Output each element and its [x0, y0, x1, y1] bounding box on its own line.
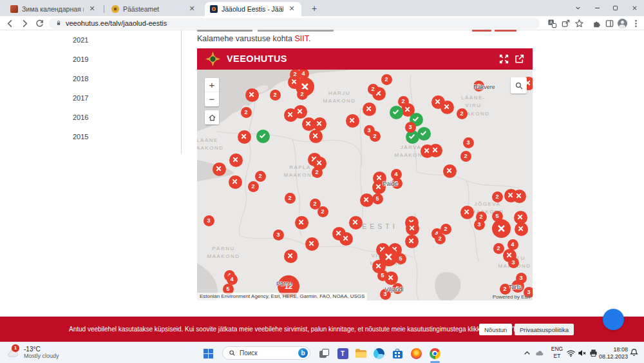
- chat-widget-button[interactable]: [603, 309, 624, 330]
- profile-avatar[interactable]: [616, 17, 628, 29]
- store-button[interactable]: [390, 346, 405, 361]
- tab-paasteamet[interactable]: Päästeamet ✕: [106, 2, 202, 16]
- minimize-button[interactable]: [587, 0, 607, 16]
- teams-button[interactable]: T: [335, 346, 350, 361]
- tab-zima[interactable]: Зима календарная и лёд !? - Ст ✕: [5, 2, 102, 16]
- open-external-icon[interactable]: [514, 54, 525, 64]
- onedrive-cloud-icon[interactable]: [534, 348, 545, 358]
- year-link-2015[interactable]: 2015: [73, 133, 88, 152]
- map-marker-x[interactable]: [339, 232, 353, 246]
- year-link-2019[interactable]: 2019: [73, 55, 88, 75]
- map-marker-x[interactable]: [515, 222, 528, 236]
- reload-icon[interactable]: [33, 17, 45, 29]
- year-link-2017[interactable]: 2017: [73, 94, 88, 113]
- map-marker-count[interactable]: 5: [372, 193, 383, 204]
- map-marker-count[interactable]: 5: [395, 253, 406, 264]
- map-marker-count[interactable]: 3: [474, 219, 485, 230]
- send-icon[interactable]: [560, 17, 571, 29]
- map-marker-x[interactable]: [284, 250, 298, 263]
- map-marker-x[interactable]: [295, 216, 308, 230]
- side-panel-icon[interactable]: [603, 17, 615, 29]
- zoom-in-button[interactable]: +: [205, 78, 219, 92]
- edge-button[interactable]: [371, 346, 386, 361]
- language-indicator[interactable]: ENG ET: [550, 346, 564, 360]
- map-marker-x[interactable]: [313, 117, 327, 131]
- back-icon[interactable]: [4, 17, 15, 29]
- file-explorer-button[interactable]: [353, 346, 368, 361]
- map-marker-count[interactable]: 2: [370, 131, 381, 142]
- map-marker-count[interactable]: 2: [312, 167, 323, 178]
- tray-chevron-up-icon[interactable]: [522, 348, 533, 358]
- map-marker-x[interactable]: [360, 193, 374, 207]
- wifi-icon[interactable]: [565, 348, 576, 358]
- siit-link[interactable]: SIIT: [294, 34, 308, 43]
- map-marker-x[interactable]: [294, 105, 307, 119]
- map-marker-count[interactable]: 3: [204, 215, 214, 226]
- map-marker-count[interactable]: 2: [492, 191, 503, 202]
- cookie-accept-button[interactable]: Nõustun: [479, 324, 512, 335]
- map-marker-count[interactable]: 4: [298, 70, 309, 79]
- chrome-button[interactable]: [427, 346, 442, 361]
- ice-conditions-map[interactable]: HARJUMAAKONDLÄÄNE-VIRUMAAKONDLÄÄNEMAAKON…: [197, 70, 533, 300]
- map-marker-count[interactable]: 2: [270, 90, 281, 101]
- map-marker-x[interactable]: [349, 216, 363, 230]
- map-marker-count[interactable]: 2: [457, 108, 468, 119]
- map-marker-x[interactable]: [429, 144, 442, 157]
- map-search-button[interactable]: [511, 77, 527, 93]
- map-marker-count[interactable]: 2: [368, 84, 379, 95]
- map-marker-x[interactable]: [513, 190, 526, 203]
- map-marker-count[interactable]: 2: [248, 181, 259, 192]
- map-marker-count[interactable]: 3: [273, 230, 284, 240]
- bookmark-star-icon[interactable]: [573, 17, 585, 29]
- task-view-button[interactable]: [316, 346, 332, 361]
- map-marker-count[interactable]: 4: [227, 274, 238, 285]
- map-marker-check[interactable]: [417, 127, 431, 141]
- year-link-2016[interactable]: 2016: [73, 113, 88, 133]
- map-marker-x[interactable]: [405, 235, 419, 248]
- map-marker-x[interactable]: [346, 114, 359, 128]
- map-marker-count[interactable]: 2: [435, 233, 446, 244]
- map-marker-count[interactable]: 2: [460, 151, 471, 162]
- map-marker-x[interactable]: [363, 103, 376, 116]
- map-marker-x[interactable]: [309, 130, 323, 143]
- map-marker-count[interactable]: 2: [297, 89, 308, 100]
- map-marker-count[interactable]: 2: [241, 107, 252, 118]
- tab-jaaolud-active[interactable]: Jääolud Eestis - Jääkaart - Pääst ✕: [205, 2, 301, 16]
- map-marker-count[interactable]: 2: [493, 243, 504, 254]
- map-marker-x[interactable]: [245, 88, 259, 102]
- map-marker-check[interactable]: [390, 106, 403, 119]
- map-marker-x[interactable]: [238, 130, 251, 144]
- map-marker-count[interactable]: 3: [463, 137, 474, 148]
- forward-icon[interactable]: [19, 17, 30, 29]
- map-marker-count[interactable]: 3: [405, 122, 416, 133]
- map-marker-check[interactable]: [256, 130, 270, 143]
- taskbar-search-box[interactable]: Поиск b: [222, 346, 310, 360]
- cookie-privacy-button[interactable]: Privaatsuspoliitika: [515, 324, 574, 335]
- map-marker-x[interactable]: [229, 153, 243, 167]
- close-icon[interactable]: ✕: [187, 5, 196, 14]
- maximize-button[interactable]: [605, 0, 625, 16]
- map-marker-x[interactable]: [440, 101, 454, 114]
- chevron-down-icon[interactable]: [568, 0, 587, 16]
- map-marker-x[interactable]: [305, 237, 319, 251]
- weather-widget[interactable]: 1 -13°C Mostly cloudy: [5, 344, 59, 360]
- home-extent-button[interactable]: [205, 110, 219, 124]
- close-icon[interactable]: ✕: [287, 5, 296, 14]
- map-marker-x[interactable]: [443, 164, 457, 178]
- map-marker-count[interactable]: 4: [507, 239, 518, 250]
- notification-bell-icon[interactable]: [629, 347, 639, 358]
- map-marker-count[interactable]: 5: [377, 270, 388, 281]
- close-icon[interactable]: ✕: [88, 5, 97, 14]
- extensions-icon[interactable]: [591, 17, 602, 29]
- map-marker-x[interactable]: [379, 248, 398, 266]
- new-tab-button[interactable]: +: [308, 3, 321, 15]
- map-marker-x[interactable]: [213, 162, 226, 176]
- map-marker-count[interactable]: 5: [492, 211, 503, 222]
- fullscreen-icon[interactable]: [498, 54, 509, 64]
- year-link-2018[interactable]: 2018: [73, 75, 88, 94]
- map-marker-count[interactable]: 2: [381, 74, 392, 85]
- firefox-button[interactable]: [408, 346, 424, 361]
- map-marker-x[interactable]: [229, 175, 242, 189]
- zoom-out-button[interactable]: −: [205, 92, 219, 106]
- menu-kebab-icon[interactable]: [630, 17, 641, 29]
